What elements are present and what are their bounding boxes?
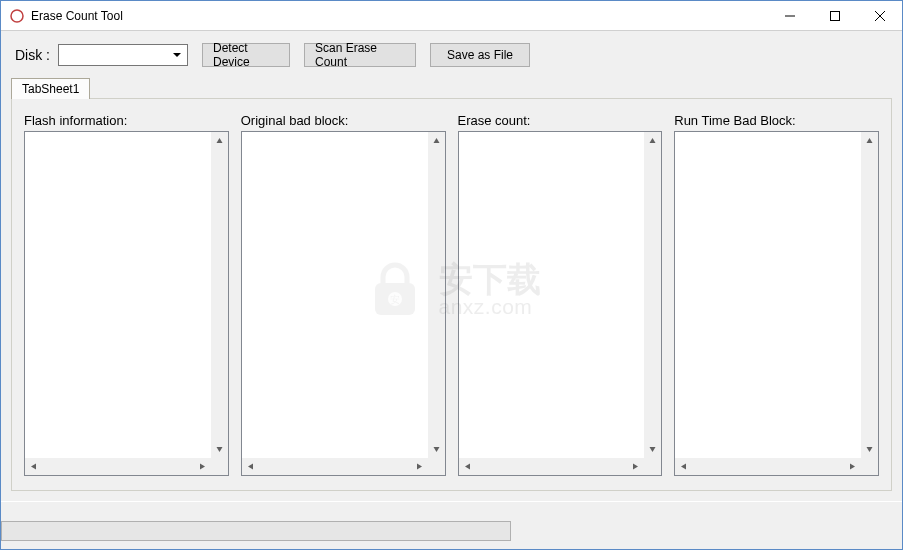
scroll-up-icon	[644, 132, 661, 149]
svg-marker-20	[633, 464, 638, 470]
erase-count-panel: Erase count:	[458, 113, 663, 476]
svg-marker-11	[31, 464, 36, 470]
flash-information-label: Flash information:	[24, 113, 229, 128]
svg-marker-14	[433, 447, 439, 452]
scroll-right-icon	[627, 458, 644, 475]
scroll-down-icon	[861, 441, 878, 458]
svg-marker-19	[465, 464, 470, 470]
vertical-scrollbar[interactable]	[428, 132, 445, 458]
svg-marker-10	[216, 447, 222, 452]
statusbar	[1, 501, 902, 549]
progress-bar	[1, 521, 511, 541]
svg-marker-17	[650, 138, 656, 143]
scroll-right-icon	[844, 458, 861, 475]
flash-information-panel: Flash information:	[24, 113, 229, 476]
erase-count-content	[459, 132, 645, 458]
window-title: Erase Count Tool	[31, 9, 767, 23]
svg-marker-13	[433, 138, 439, 143]
vertical-scrollbar[interactable]	[211, 132, 228, 458]
horizontal-scrollbar[interactable]	[675, 458, 861, 475]
tab-area: TabSheet1 安 安下载 anxz.com	[1, 77, 902, 501]
vertical-scrollbar[interactable]	[861, 132, 878, 458]
horizontal-scrollbar[interactable]	[242, 458, 428, 475]
scroll-left-icon	[242, 458, 259, 475]
svg-marker-16	[417, 464, 422, 470]
svg-rect-2	[830, 11, 839, 20]
chevron-down-icon	[169, 46, 185, 64]
original-bad-block-label: Original bad block:	[241, 113, 446, 128]
tab-tabsheet1[interactable]: TabSheet1	[11, 78, 90, 99]
svg-marker-12	[200, 464, 205, 470]
app-icon	[9, 8, 25, 24]
scroll-right-icon	[411, 458, 428, 475]
detect-device-button[interactable]: Detect Device	[202, 43, 290, 67]
window-controls	[767, 1, 902, 30]
svg-point-0	[11, 10, 23, 22]
minimize-button[interactable]	[767, 1, 812, 30]
erase-count-box[interactable]	[458, 131, 663, 476]
original-bad-block-content	[242, 132, 428, 458]
scroll-down-icon	[211, 441, 228, 458]
flash-information-box[interactable]	[24, 131, 229, 476]
svg-marker-5	[173, 53, 181, 57]
save-as-file-button[interactable]: Save as File	[430, 43, 530, 67]
scroll-left-icon	[459, 458, 476, 475]
vertical-scrollbar[interactable]	[644, 132, 661, 458]
close-button[interactable]	[857, 1, 902, 30]
svg-marker-23	[681, 464, 686, 470]
scroll-down-icon	[428, 441, 445, 458]
svg-marker-24	[850, 464, 855, 470]
toolbar: Disk : Detect Device Scan Erase Count Sa…	[1, 31, 902, 77]
scroll-left-icon	[25, 458, 42, 475]
disk-label: Disk :	[15, 47, 50, 63]
disk-combobox[interactable]	[58, 44, 188, 66]
scan-erase-count-button[interactable]: Scan Erase Count	[304, 43, 416, 67]
erase-count-label: Erase count:	[458, 113, 663, 128]
svg-marker-9	[216, 138, 222, 143]
svg-marker-15	[248, 464, 253, 470]
titlebar: Erase Count Tool	[1, 1, 902, 31]
horizontal-scrollbar[interactable]	[459, 458, 645, 475]
tab-content: 安 安下载 anxz.com Flash information:	[11, 98, 892, 491]
original-bad-block-box[interactable]	[241, 131, 446, 476]
runtime-bad-block-label: Run Time Bad Block:	[674, 113, 879, 128]
scroll-up-icon	[211, 132, 228, 149]
scroll-left-icon	[675, 458, 692, 475]
svg-marker-22	[867, 447, 873, 452]
runtime-bad-block-content	[675, 132, 861, 458]
scroll-down-icon	[644, 441, 661, 458]
original-bad-block-panel: Original bad block:	[241, 113, 446, 476]
scroll-right-icon	[194, 458, 211, 475]
svg-marker-18	[650, 447, 656, 452]
runtime-bad-block-panel: Run Time Bad Block:	[674, 113, 879, 476]
app-window: Erase Count Tool Disk : Detect Device Sc…	[0, 0, 903, 550]
maximize-button[interactable]	[812, 1, 857, 30]
horizontal-scrollbar[interactable]	[25, 458, 211, 475]
flash-information-content	[25, 132, 211, 458]
scroll-up-icon	[861, 132, 878, 149]
scroll-up-icon	[428, 132, 445, 149]
runtime-bad-block-box[interactable]	[674, 131, 879, 476]
tab-header: TabSheet1	[11, 77, 892, 98]
svg-marker-21	[867, 138, 873, 143]
